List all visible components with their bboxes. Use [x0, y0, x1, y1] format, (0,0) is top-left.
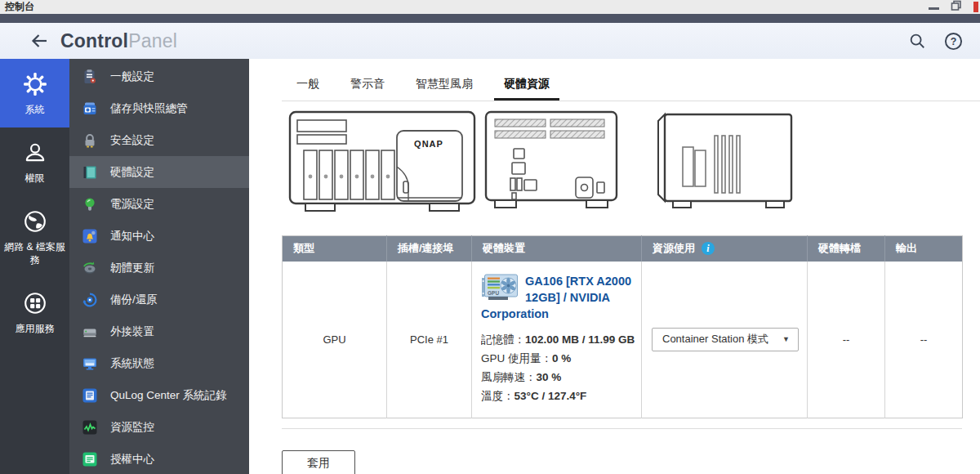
sidebar-item-power[interactable]: 電源設定: [69, 188, 249, 220]
app-top-strip: [0, 14, 980, 23]
close-icon[interactable]: [973, 2, 978, 12]
app-header: ControlPanel ?: [0, 23, 980, 59]
tab-audio-alert[interactable]: 警示音: [341, 72, 394, 101]
main-content: 一般 警示音 智慧型風扇 硬體資源: [249, 59, 980, 474]
col-header-device: 硬體裝置: [472, 236, 642, 262]
rail-item-applications[interactable]: 應用服務: [0, 278, 69, 347]
page-title: ControlPanel: [60, 30, 177, 52]
gpu-table-row: GPU PCIe #1: [283, 262, 963, 418]
sidebar-item-qulog-center[interactable]: QuLog Center 系統記錄: [69, 379, 249, 411]
license-center-icon: [82, 451, 98, 467]
gpu-card-icon: GPU: [481, 273, 519, 303]
cell-device: GPU: [472, 262, 642, 418]
tab-smart-fan[interactable]: 智慧型風扇: [406, 72, 483, 101]
search-icon[interactable]: [905, 29, 929, 53]
device-illustrations: QNAP: [287, 110, 980, 216]
globe-icon: [23, 209, 47, 234]
qulog-icon: [82, 387, 98, 404]
sidebar-item-notification-center[interactable]: 通知中心: [69, 220, 249, 252]
gear-icon: [23, 72, 47, 96]
tab-hardware-resources[interactable]: 硬體資源: [494, 72, 559, 101]
power-bulb-icon: [82, 196, 98, 212]
table-header-row: 類型 插槽/連接埠 硬體裝置 資源使用 i 硬體轉檔 輸出: [283, 236, 963, 262]
sidebar-item-license-center[interactable]: 授權中心: [69, 443, 249, 474]
window-titlebar: 控制台: [0, 0, 980, 14]
cell-transcoding: --: [808, 262, 885, 418]
security-lock-icon: [82, 132, 98, 149]
sidebar-item-hardware[interactable]: 硬體設定: [69, 156, 249, 188]
person-icon: [23, 141, 47, 165]
hardware-resources-table: 類型 插槽/連接埠 硬體裝置 資源使用 i 硬體轉檔 輸出 GPU: [282, 235, 963, 418]
sidebar-item-resource-monitor[interactable]: 資源監控: [69, 411, 249, 443]
back-button[interactable]: [28, 29, 51, 52]
apply-button[interactable]: 套用: [282, 450, 355, 474]
info-icon[interactable]: i: [702, 242, 715, 255]
general-settings-icon: [82, 69, 98, 85]
resource-mode-dropdown[interactable]: Container Station 模式 ▼: [652, 328, 799, 351]
backup-restore-icon: [82, 292, 98, 308]
svg-text:GPU: GPU: [488, 290, 499, 296]
footer-divider: [282, 428, 962, 429]
col-header-output: 輸出: [885, 236, 963, 262]
tab-bar: 一般 警示音 智慧型風扇 硬體資源: [282, 72, 980, 101]
nav-rail: 系統 權限 網路 & 檔案服務 應用服務: [0, 59, 69, 474]
sidebar-item-storage-snapshots[interactable]: 儲存與快照總管: [69, 92, 249, 124]
storage-snapshot-icon: [82, 101, 98, 117]
rail-item-network-file-services[interactable]: 網路 & 檔案服務: [0, 196, 69, 278]
qnap-logo: QNAP: [414, 139, 443, 149]
resource-monitor-icon: [82, 419, 98, 436]
sidebar-item-general-settings[interactable]: 一般設定: [69, 60, 249, 92]
tab-general[interactable]: 一般: [287, 72, 329, 101]
firmware-update-icon: [82, 260, 98, 276]
apps-icon: [23, 291, 47, 315]
gpu-details: 記憶體：102.00 MB / 11.99 GB GPU 使用量：0 % 風扇轉…: [481, 330, 641, 405]
help-icon[interactable]: ?: [941, 29, 965, 53]
window-controls: [929, 0, 980, 14]
settings-sidebar: 一般設定 儲存與快照總管: [69, 59, 249, 474]
cell-resource-use: Container Station 模式 ▼: [642, 262, 808, 418]
external-device-icon: [82, 324, 98, 340]
cell-slot: PCIe #1: [387, 262, 472, 418]
nas-front-illustration: QNAP: [287, 110, 477, 216]
sidebar-item-external-device[interactable]: 外接裝置: [69, 315, 249, 347]
window-title: 控制台: [5, 0, 34, 14]
cell-output: --: [885, 262, 963, 418]
svg-text:?: ?: [950, 35, 956, 47]
notification-bell-icon: [82, 228, 98, 244]
back-arrow-icon: [29, 31, 49, 51]
col-header-type: 類型: [283, 236, 387, 262]
rail-item-system[interactable]: 系統: [0, 59, 69, 127]
nas-rear-illustration: [483, 110, 619, 216]
sidebar-item-system-status[interactable]: 系統狀態: [69, 347, 249, 379]
sidebar-item-backup-restore[interactable]: 備份/還原: [69, 284, 249, 315]
sidebar-item-firmware-update[interactable]: 韌體更新: [69, 252, 249, 284]
minimize-icon[interactable]: [929, 7, 939, 10]
system-status-icon: [82, 356, 98, 372]
hardware-icon: [82, 164, 98, 181]
col-header-transcoding: 硬體轉檔: [808, 236, 885, 262]
cell-type: GPU: [283, 262, 387, 418]
col-header-resource-use: 資源使用 i: [642, 236, 808, 262]
restore-icon[interactable]: [951, 0, 962, 15]
rail-item-privilege[interactable]: 權限: [0, 127, 69, 196]
sidebar-item-security[interactable]: 安全設定: [69, 124, 249, 156]
col-header-slot: 插槽/連接埠: [387, 236, 472, 262]
nas-side-illustration: [653, 110, 796, 216]
chevron-down-icon: ▼: [782, 335, 790, 343]
